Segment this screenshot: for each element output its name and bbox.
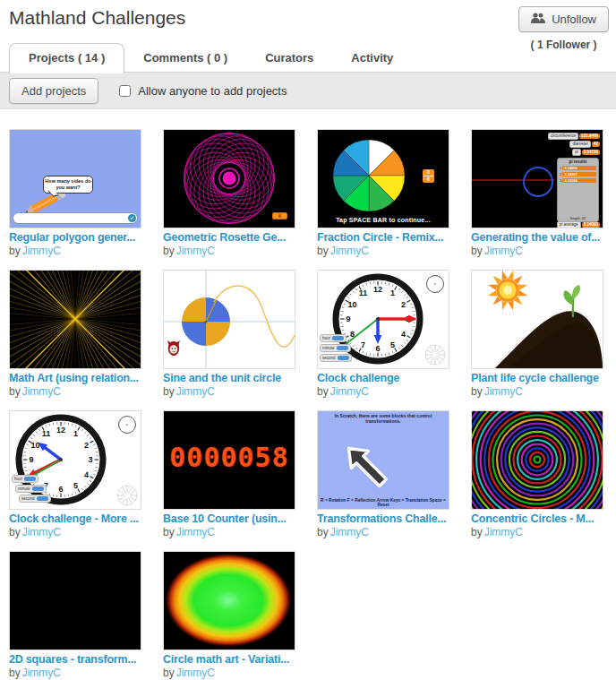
project-card: Geometric Rosette Ge... byJimmyC	[163, 129, 295, 257]
byline: byJimmyC	[9, 385, 141, 398]
svg-text:1: 1	[73, 429, 78, 438]
project-title-link[interactable]: Clock challenge	[317, 372, 449, 384]
fraction-badge: 88	[423, 169, 434, 183]
byline: byJimmyC	[317, 245, 449, 257]
byline: byJimmyC	[163, 385, 295, 398]
svg-text:12: 12	[373, 285, 382, 294]
studio-tabs: Projects ( 14 ) Comments ( 0 ) Curators …	[0, 43, 616, 72]
project-thumbnail[interactable]: How many sides do you want? ✓	[9, 129, 141, 228]
pi-results-list: pi results 13.14056 23.14367 33.12164 le…	[557, 158, 599, 222]
svg-text:1: 1	[390, 288, 395, 297]
svg-text:10: 10	[347, 300, 356, 309]
project-thumbnail[interactable]	[471, 410, 603, 510]
overlay-text: Tap SPACE BAR to continue...	[318, 217, 449, 223]
author-link[interactable]: JimmyC	[176, 245, 215, 257]
author-link[interactable]: JimmyC	[484, 385, 523, 398]
project-title-link[interactable]: Base 10 Counter (usin...	[163, 512, 295, 525]
project-title-link[interactable]: Geometric Rosette Ge...	[163, 231, 295, 244]
byline: byJimmyC	[471, 385, 603, 398]
project-card: Circle math art - Variati... byJimmyC	[163, 551, 295, 679]
svg-text:3: 3	[88, 455, 92, 464]
project-card: 121234567891011 hour minute second Clock…	[9, 410, 141, 538]
plant-scene-graphic	[472, 271, 603, 368]
author-link[interactable]: JimmyC	[176, 526, 215, 538]
circle-art-graphic	[166, 554, 291, 647]
author-link[interactable]: JimmyC	[330, 526, 369, 538]
project-card: Math Art (using relation... byJimmyC	[9, 270, 141, 398]
author-link[interactable]: JimmyC	[176, 667, 215, 679]
project-thumbnail[interactable]	[471, 270, 603, 369]
author-link[interactable]: JimmyC	[484, 245, 523, 257]
variable-watchers: hour minute second	[12, 475, 51, 503]
svg-text:7: 7	[361, 340, 365, 349]
project-thumbnail[interactable]	[163, 129, 295, 228]
project-title-link[interactable]: Fraction Circle - Remix...	[317, 231, 449, 244]
project-thumbnail[interactable]	[9, 270, 141, 369]
project-thumbnail[interactable]: 121234567891011 hour minute second	[9, 410, 141, 510]
project-title-link[interactable]: Plant life cycle challenge	[471, 372, 603, 384]
allow-add-checkbox[interactable]	[119, 85, 131, 97]
svg-text:2: 2	[84, 441, 89, 450]
svg-text:5: 5	[390, 340, 395, 349]
project-title-link[interactable]: Generating the value of...	[471, 231, 603, 244]
author-link[interactable]: JimmyC	[176, 385, 215, 398]
variable-watcher: pi average3.14093	[557, 221, 600, 228]
svg-text:4: 4	[401, 330, 406, 339]
project-thumbnail[interactable]: 121234567891011 hour minute second	[317, 270, 449, 369]
project-card: 88 Tap SPACE BAR to continue... Fraction…	[317, 129, 449, 257]
author-link[interactable]: JimmyC	[22, 526, 61, 538]
starburst-graphic	[10, 271, 141, 368]
project-card: 121234567891011 hour minute second Clock…	[317, 270, 449, 398]
unfollow-label: Unfollow	[552, 13, 596, 26]
svg-text:5: 5	[73, 481, 78, 490]
author-link[interactable]: JimmyC	[330, 385, 369, 398]
ask-input[interactable]: ✓	[13, 212, 138, 224]
tab-activity[interactable]: Activity	[332, 44, 412, 72]
variable-watcher: diameter42	[569, 141, 600, 148]
led-counter: 0000058	[164, 442, 295, 473]
project-title-link[interactable]: Clock challenge - More ...	[9, 512, 141, 525]
page-title: Mathland Challenges	[9, 7, 607, 29]
tab-comments[interactable]: Comments ( 0 )	[124, 44, 246, 72]
project-title-link[interactable]: Sine and the unit circle	[163, 372, 295, 384]
svg-text:6: 6	[375, 344, 380, 353]
project-thumbnail[interactable]	[163, 270, 295, 369]
project-thumbnail[interactable]	[9, 551, 141, 650]
concentric-circles-graphic	[472, 411, 603, 509]
project-title-link[interactable]: Math Art (using relation...	[9, 372, 141, 384]
transform-arrow-icon	[318, 411, 449, 509]
svg-text:9: 9	[29, 455, 33, 464]
project-thumbnail[interactable]: 0000058	[163, 410, 295, 510]
project-thumbnail[interactable]: circumference131.9469 diameter42 pi3.141…	[471, 129, 603, 228]
author-link[interactable]: JimmyC	[22, 245, 61, 257]
byline: byJimmyC	[9, 667, 141, 679]
svg-text:4: 4	[84, 470, 89, 479]
project-title-link[interactable]: Circle math art - Variati...	[163, 653, 295, 666]
author-link[interactable]: JimmyC	[22, 667, 61, 679]
project-title-link[interactable]: Regular polygon gener...	[9, 231, 141, 244]
svg-text:10: 10	[30, 441, 39, 450]
svg-text:6: 6	[58, 485, 63, 494]
project-thumbnail[interactable]: 88 Tap SPACE BAR to continue...	[317, 129, 449, 228]
author-link[interactable]: JimmyC	[484, 526, 523, 538]
circle-sprite	[523, 167, 553, 197]
project-title-link[interactable]: Transformations Challe...	[317, 512, 449, 525]
controls-text: R = Rotation F = Reflection Arrow Keys =…	[319, 498, 448, 507]
project-card: 0000058 Base 10 Counter (usin... byJimmy…	[163, 410, 295, 538]
tab-projects[interactable]: Projects ( 14 )	[9, 43, 124, 73]
project-title-link[interactable]: Concentric Circles - M...	[471, 512, 603, 525]
svg-text:2: 2	[401, 300, 406, 309]
author-link[interactable]: JimmyC	[330, 245, 369, 257]
unfollow-button[interactable]: Unfollow	[518, 6, 609, 32]
ask-submit-icon[interactable]: ✓	[128, 214, 136, 222]
project-thumbnail[interactable]	[163, 551, 295, 650]
author-link[interactable]: JimmyC	[22, 385, 61, 398]
project-title-link[interactable]: 2D squares - transform...	[9, 653, 141, 666]
variable-readout-badge	[272, 212, 287, 219]
add-projects-button[interactable]: Add projects	[9, 78, 98, 104]
tab-curators[interactable]: Curators	[246, 44, 332, 72]
byline: byJimmyC	[471, 526, 603, 538]
project-card: 2D squares - transform... byJimmyC	[9, 551, 141, 679]
users-icon	[531, 13, 545, 26]
project-thumbnail[interactable]: In Scratch, there are some blocks that c…	[317, 410, 449, 510]
